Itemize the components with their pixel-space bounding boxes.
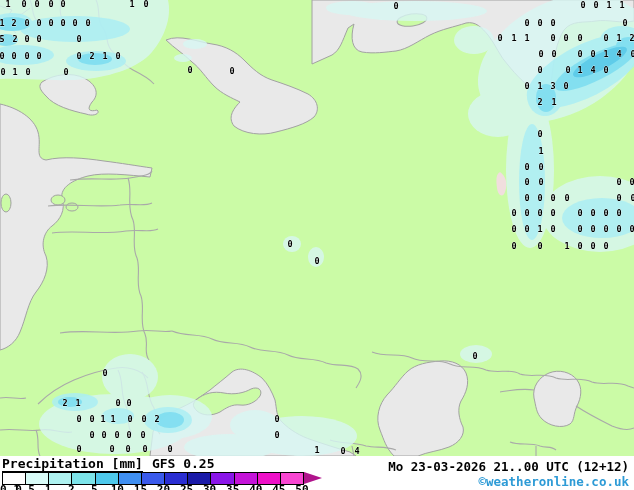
weather-map: 1000010000111200000000005200001100001200…	[0, 0, 634, 456]
precip-value: 0	[0, 67, 5, 77]
precip-value: 1	[75, 398, 80, 408]
precip-value: 0	[563, 33, 568, 43]
precip-value: 0	[616, 224, 621, 234]
color-scale-tick: 5	[91, 483, 98, 490]
precip-value: 0	[537, 208, 542, 218]
precip-value: 0	[472, 351, 477, 361]
legend-unit: [mm]	[112, 456, 143, 471]
precip-value: 0	[60, 18, 65, 28]
color-scale-tick: 50	[295, 483, 308, 490]
precip-value: 0	[603, 241, 608, 251]
precip-value: 0	[538, 162, 543, 172]
precip-value: 0	[630, 193, 634, 203]
precip-value: 1	[5, 0, 10, 9]
precip-value: 0	[114, 430, 119, 440]
legend-title: Precipitation [mm]GFS 0.25	[2, 456, 215, 471]
precip-value: 2	[629, 33, 634, 43]
color-scale-tick: 2	[68, 483, 75, 490]
precip-value: 0	[72, 18, 77, 28]
precip-value: 0	[287, 239, 292, 249]
precip-value: 0	[524, 193, 529, 203]
precip-value: 0	[89, 430, 94, 440]
precip-value: 0	[550, 18, 555, 28]
precip-value: 0	[76, 51, 81, 61]
precip-value: 0	[142, 444, 147, 454]
precip-value: 1	[577, 65, 582, 75]
precip-value: 0	[537, 18, 542, 28]
color-scale-tick: 1	[45, 483, 52, 490]
color-scale-tick: 15	[134, 483, 147, 490]
precip-value: 0	[524, 177, 529, 187]
precip-value: 0	[125, 444, 130, 454]
color-scale-tick: 30	[203, 483, 216, 490]
precip-value: 1	[537, 224, 542, 234]
precip-value: 1	[619, 0, 624, 10]
color-scale-tick: 40	[249, 483, 262, 490]
precip-value: 0	[167, 444, 172, 454]
legend-footer: Precipitation [mm]GFS 0.25 0.10.51251015…	[0, 456, 634, 490]
precip-value: 3	[550, 81, 555, 91]
precip-value: 1	[606, 0, 611, 10]
precip-value: 0	[524, 162, 529, 172]
precip-value: 4	[616, 49, 621, 59]
precip-value: 0	[24, 51, 29, 61]
precip-value: 0	[511, 208, 516, 218]
precip-value: 0	[393, 1, 398, 11]
precip-value: 0	[36, 34, 41, 44]
precip-value: 0	[577, 208, 582, 218]
precip-value: 0	[551, 49, 556, 59]
precip-value: 2	[154, 414, 159, 424]
precip-value: 1	[537, 81, 542, 91]
precip-value: 1	[603, 49, 608, 59]
precip-value: 1	[524, 33, 529, 43]
precip-value: 1	[551, 97, 556, 107]
precip-value: 0	[616, 177, 621, 187]
precip-value: 0	[314, 256, 319, 266]
copyright-link[interactable]: ©weatheronline.co.uk	[478, 474, 629, 489]
color-scale-labels: 0.10.5125101520253035404550	[0, 483, 340, 490]
precip-value: 0	[340, 446, 345, 456]
precip-value: 0	[36, 18, 41, 28]
precip-value: 1	[12, 67, 17, 77]
gotland-island	[1, 194, 11, 212]
precip-value: 0	[577, 33, 582, 43]
precip-value: 0	[590, 49, 595, 59]
precip-value: 5	[0, 34, 5, 44]
precip-value: 0	[577, 224, 582, 234]
forecast-datetime: Mo 23-03-2026 21..00 UTC (12+12)	[388, 459, 629, 474]
precip-value: 0	[229, 66, 234, 76]
precip-value: 0	[629, 224, 634, 234]
precip-value: 1	[110, 414, 115, 424]
precip-value: 0	[524, 208, 529, 218]
precip-value: 0	[126, 430, 131, 440]
precip-value: 0	[550, 224, 555, 234]
precip-value: 0	[537, 65, 542, 75]
precip-value: 2	[11, 18, 16, 28]
precip-value: 0	[564, 193, 569, 203]
precip-value: 0	[11, 51, 16, 61]
precip-value: 0	[76, 414, 81, 424]
precip-value: 0	[21, 0, 26, 9]
precip-value: 1	[616, 33, 621, 43]
precip-value: 0	[274, 414, 279, 424]
precip-value: 0	[48, 0, 53, 9]
precip-value: 0	[497, 33, 502, 43]
precip-value: 0	[76, 444, 81, 454]
color-scale-tick: 25	[180, 483, 193, 490]
precip-value: 1	[102, 51, 107, 61]
precip-value: 0	[524, 18, 529, 28]
precip-value: 0	[537, 129, 542, 139]
color-scale-tick: 20	[157, 483, 170, 490]
precip-value: 0	[550, 33, 555, 43]
precip-value: 0	[89, 414, 94, 424]
precip-value: 0	[127, 414, 132, 424]
precip-value: 0	[24, 34, 29, 44]
precip-value: 0	[187, 65, 192, 75]
precip-value: 0	[101, 430, 106, 440]
precip-value: 0	[102, 368, 107, 378]
precip-value: 0	[577, 241, 582, 251]
precip-value: 2	[537, 97, 542, 107]
precip-value: 0	[565, 65, 570, 75]
precip-value: 2	[89, 51, 94, 61]
precip-value: 0	[126, 398, 131, 408]
